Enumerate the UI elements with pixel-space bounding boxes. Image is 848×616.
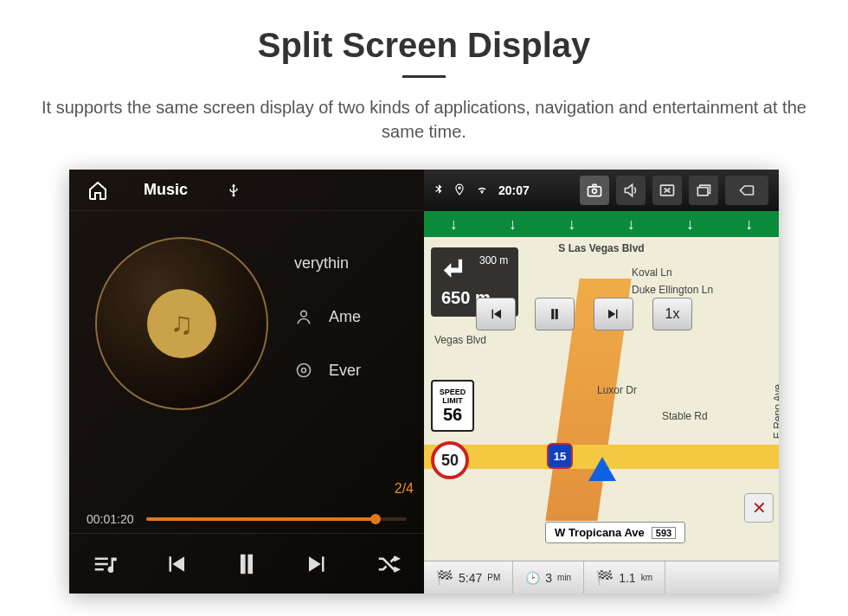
svg-point-0 [301, 311, 307, 317]
overlay-prev-button[interactable] [476, 298, 516, 330]
lane-arrow-icon: ↓ [424, 211, 483, 237]
remaining-time-segment[interactable]: 🕑 3min [513, 561, 584, 594]
title-underline [402, 75, 446, 78]
overlay-speed-button[interactable]: 1x [652, 298, 692, 330]
bluetooth-icon [433, 182, 445, 200]
street-label: Luxor Dr [597, 384, 637, 396]
shuffle-button[interactable] [369, 545, 408, 583]
overlay-next-button[interactable] [594, 298, 633, 330]
street-label: Koval Ln [632, 266, 672, 279]
remaining-dist-segment[interactable]: 🏁 1.1km [584, 561, 665, 594]
track-artist-row: Ame [294, 307, 361, 326]
street-label: Duke Ellington Ln [632, 284, 713, 296]
elapsed-time: 00:01:20 [87, 512, 134, 526]
turn-left-icon [441, 254, 471, 286]
back-button[interactable] [725, 176, 768, 205]
track-title-row: verythin [294, 254, 361, 273]
clock-time: 20:07 [498, 183, 530, 197]
music-panel: Music ♫ verythin Ame [69, 170, 424, 594]
svg-point-5 [593, 189, 597, 193]
speed-limit-value: 56 [443, 405, 462, 425]
track-counter: 2/4 [395, 481, 414, 497]
street-label: E Reno Ave [772, 384, 779, 439]
eta-segment[interactable]: 🏁 5:47PM [424, 561, 513, 594]
page-title: Split Screen Display [0, 26, 848, 65]
music-note-icon: ♫ [147, 289, 216, 358]
lane-arrow-icon: ↓ [601, 211, 660, 237]
progress-bar[interactable] [146, 517, 408, 521]
svg-point-3 [459, 187, 460, 189]
music-controls [69, 533, 424, 594]
prev-track-button[interactable] [157, 545, 195, 583]
street-label: S Las Vegas Blvd [558, 242, 644, 254]
overlay-pause-button[interactable] [535, 298, 575, 330]
svg-rect-7 [697, 188, 708, 196]
next-track-button[interactable] [299, 545, 337, 583]
next-turn-distance: 300 m [479, 254, 508, 266]
progress-row: 00:01:20 [87, 512, 407, 526]
page-description: It supports the same screen display of t… [35, 95, 813, 144]
svg-rect-4 [588, 187, 601, 196]
lane-arrow-icon: ↓ [483, 211, 542, 237]
screenshot-button[interactable] [580, 176, 609, 205]
location-icon [453, 182, 466, 200]
current-street-bubble: W Tropicana Ave593 [545, 522, 685, 543]
pause-button[interactable] [228, 545, 266, 583]
recent-apps-button[interactable] [689, 176, 718, 205]
clock-icon: 🕑 [525, 571, 540, 585]
track-list: verythin Ame Ever [294, 237, 361, 410]
disc-icon [294, 361, 313, 380]
status-bar: 20:07 [424, 170, 779, 211]
street-label: Stable Rd [662, 410, 708, 422]
map-canvas[interactable]: S Las Vegas Blvd Koval Ln Duke Ellington… [424, 237, 779, 561]
close-app-button[interactable] [652, 176, 682, 205]
music-header: Music [69, 170, 424, 211]
playlist-button[interactable] [86, 545, 124, 583]
lane-guidance: ↓ ↓ ↓ ↓ ↓ ↓ [424, 211, 779, 237]
lane-arrow-icon: ↓ [720, 211, 779, 237]
wifi-icon [474, 183, 490, 198]
lane-arrow-icon: ↓ [660, 211, 719, 237]
vehicle-cursor-icon [588, 457, 616, 481]
nav-bottom-bar: 🏁 5:47PM 🕑 3min 🏁 1.1km [424, 561, 779, 594]
map-close-button[interactable]: ✕ [744, 493, 774, 523]
street-label: Vegas Blvd [434, 334, 486, 346]
flag-icon: 🏁 [596, 569, 614, 586]
device-frame: Music ♫ verythin Ame [69, 170, 779, 594]
person-icon [294, 307, 313, 326]
usb-icon[interactable] [222, 179, 245, 202]
lane-arrow-icon: ↓ [543, 211, 601, 237]
highway-shield: 15 [547, 443, 573, 469]
volume-button[interactable] [616, 176, 646, 205]
nav-panel: 20:07 ↓ ↓ ↓ ↓ ↓ ↓ S Las Vegas Blvd Koval… [424, 170, 779, 594]
svg-point-2 [302, 369, 306, 373]
current-speed-badge: 50 [431, 441, 469, 479]
overlay-controls: 1x [476, 298, 692, 330]
track-album-row: Ever [294, 361, 361, 380]
flag-icon: 🏁 [436, 569, 453, 586]
speed-limit-sign: SPEED LIMIT 56 [431, 380, 474, 432]
svg-point-1 [298, 364, 311, 377]
music-header-title: Music [144, 181, 188, 199]
album-disc: ♫ [95, 237, 268, 410]
home-icon[interactable] [87, 179, 109, 202]
